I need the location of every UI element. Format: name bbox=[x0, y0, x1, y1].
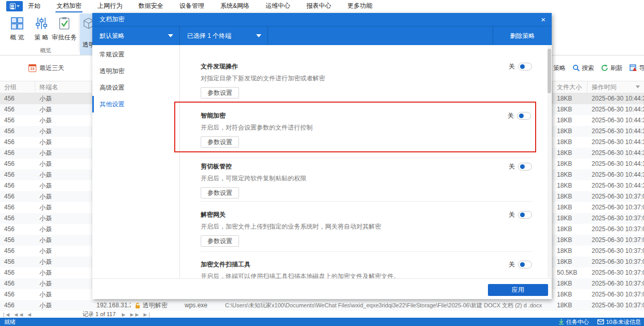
page-next-button[interactable]: ▶ bbox=[122, 312, 127, 317]
menu-item-9[interactable]: 更多功能 bbox=[346, 0, 373, 12]
calendar-icon: 23 bbox=[29, 64, 36, 72]
action-label: 透明解密 bbox=[143, 300, 167, 311]
section-header: 文件发现操作关 bbox=[201, 62, 532, 70]
parameter-settings-button[interactable]: 参数设置 bbox=[201, 187, 239, 199]
ribbon-button-overview[interactable]: 概 览 bbox=[4, 15, 30, 49]
cell-group: 456 bbox=[0, 93, 35, 104]
table-row[interactable]: 456小聂192.168.31.27透明解密wps.exeC:\Users\未知… bbox=[0, 300, 644, 311]
cell-name: 小聂 bbox=[35, 137, 92, 148]
cell-time: 2025-06-30 10:44:31 bbox=[587, 180, 644, 191]
settings-section-3: 剪切板管控关开启后，可限定跨软件复制粘贴的权限参数设置 bbox=[201, 158, 532, 201]
status-bar: 就绪 任务中心 10条未读信息 bbox=[0, 318, 644, 326]
toggle-switch[interactable] bbox=[518, 261, 532, 268]
cell-action: 透明解密 bbox=[131, 300, 180, 311]
page-prev-button[interactable]: ◀ bbox=[27, 312, 33, 317]
clipboard-check-icon bbox=[58, 17, 71, 30]
ribbon-button-approval[interactable]: 审批任务 bbox=[51, 15, 77, 49]
parameter-settings-button[interactable]: 参数设置 bbox=[201, 87, 239, 98]
column-header-time[interactable]: 操作时间 bbox=[587, 81, 644, 93]
cell-size: 18KB bbox=[553, 191, 587, 202]
cell-group: 456 bbox=[0, 148, 35, 159]
toggle-group: 关 bbox=[509, 260, 532, 269]
menu-item-6[interactable]: 系统&网络 bbox=[219, 0, 250, 12]
close-icon[interactable]: × bbox=[541, 16, 545, 23]
cell-group: 456 bbox=[0, 104, 35, 115]
app-icon bbox=[10, 3, 16, 9]
sliders-icon bbox=[35, 17, 48, 30]
date-filter-button[interactable]: 23 最近三天 bbox=[29, 62, 64, 74]
task-center-button[interactable]: 任务中心 bbox=[558, 318, 589, 326]
column-header-name[interactable]: 终端名 bbox=[35, 81, 92, 93]
search-icon bbox=[572, 64, 580, 72]
toolbar-export-button[interactable]: 导出 bbox=[629, 64, 644, 73]
cell-group: 456 bbox=[0, 235, 35, 246]
dialog-title: 文档加密 bbox=[100, 15, 124, 24]
toolbar-search-button[interactable]: 搜索 bbox=[572, 64, 594, 73]
column-header-size[interactable]: 文件大小 bbox=[553, 81, 587, 93]
menu-item-1[interactable]: 开始 bbox=[27, 0, 41, 12]
cell-time: 2025-06-30 10:37:00 bbox=[587, 246, 644, 257]
menu-item-2[interactable]: 文档加密 bbox=[55, 0, 82, 12]
chevron-down-icon bbox=[17, 5, 20, 7]
cell-time: 2025-06-30 10:37:00 bbox=[587, 267, 644, 278]
cell-size: 18KB bbox=[553, 289, 587, 300]
policy-dropdown[interactable]: 默认策略 bbox=[92, 26, 180, 45]
section-description: 开启后，终端可以使用扫描工具扫描本地磁盘上的加密文件及解密文件。 bbox=[201, 272, 532, 278]
toggle-switch[interactable] bbox=[518, 163, 532, 171]
section-description: 开启后，对符合设置参数的文件进行控制 bbox=[201, 123, 531, 132]
unread-messages-button[interactable]: 10条未读信息 bbox=[597, 318, 641, 326]
cell-time: 2025-06-30 10:44:31 bbox=[587, 148, 644, 159]
status-ready-label: 就绪 bbox=[4, 318, 16, 326]
cell-group: 456 bbox=[0, 300, 35, 311]
page-prev-fast-button[interactable]: ◀◀ bbox=[14, 312, 24, 317]
toggle-switch[interactable] bbox=[518, 211, 532, 219]
settings-section-4: 解密网关关开启后，加密文件上传到指定的业务系统时，网关将自动对其解密参数设置 bbox=[201, 201, 532, 251]
menu-item-3[interactable]: 上网行为 bbox=[96, 0, 123, 12]
column-header-group[interactable]: 分组 bbox=[0, 81, 35, 93]
terminal-dropdown[interactable]: 已选择 1 个终端 bbox=[180, 26, 268, 45]
parameter-settings-button[interactable]: 参数设置 bbox=[201, 235, 239, 247]
cell-size: 18KB bbox=[553, 278, 587, 289]
cell-time: 2025-06-30 10:44:31 bbox=[587, 104, 644, 115]
cell-name: 小聂 bbox=[35, 126, 92, 137]
cell-size: 18KB bbox=[553, 126, 587, 137]
dialog-sidebar-item-3[interactable]: 高级设置 bbox=[92, 79, 179, 96]
scrollbar-thumb[interactable] bbox=[548, 49, 551, 93]
menu-item-4[interactable]: 数据安全 bbox=[137, 0, 164, 12]
record-count-label: 记录 1 of 117 bbox=[82, 310, 116, 318]
section-header: 解密网关关 bbox=[201, 210, 532, 219]
ribbon-button-transparent-encrypt[interactable]: 透明加 bbox=[80, 13, 92, 55]
dialog-sidebar-item-2[interactable]: 透明加密 bbox=[92, 63, 179, 79]
menu-item-5[interactable]: 设备管理 bbox=[178, 0, 205, 12]
cell-time: 2025-06-30 10:37:00 bbox=[587, 235, 644, 246]
sort-caret-icon[interactable] bbox=[636, 86, 640, 88]
date-filter-label: 最近三天 bbox=[39, 64, 64, 73]
toggle-switch[interactable] bbox=[517, 112, 531, 120]
page-last-button[interactable]: ▶| bbox=[144, 312, 151, 317]
toggle-switch[interactable] bbox=[518, 63, 532, 70]
toolbar-refresh-button[interactable]: 刷新 bbox=[601, 64, 623, 73]
parameter-settings-button[interactable]: 参数设置 bbox=[201, 136, 239, 148]
cell-size: 18KB bbox=[553, 159, 587, 169]
dialog-sidebar-item-1[interactable]: 常规设置 bbox=[92, 46, 179, 63]
dialog-sidebar-item-4[interactable]: 其他设置 bbox=[92, 96, 179, 112]
cell-name: 小聂 bbox=[35, 224, 92, 235]
toggle-knob bbox=[520, 64, 525, 69]
document-encryption-dialog: 文档加密 × 默认策略 已选择 1 个终端 删除策略 常规设置透明加密高级设置其… bbox=[92, 13, 552, 299]
ribbon-button-policy[interactable]: 策 略 bbox=[29, 15, 54, 49]
cell-group: 456 bbox=[0, 246, 35, 257]
scrollbar-track[interactable] bbox=[548, 46, 551, 278]
chevron-down-icon bbox=[168, 34, 173, 37]
app-menu-button[interactable] bbox=[6, 1, 23, 11]
cell-time: 2025-06-30 10:37:00 bbox=[587, 202, 644, 213]
dialog-body: 常规设置透明加密高级设置其他设置 文件发现操作关对指定目录下新发现的文件进行加密… bbox=[92, 45, 552, 278]
apply-button[interactable]: 应用 bbox=[488, 284, 548, 296]
toggle-state-label: 关 bbox=[509, 162, 515, 171]
settings-section-1: 文件发现操作关对指定目录下新发现的文件进行加密或者解密参数设置 bbox=[201, 45, 532, 102]
menu-item-7[interactable]: 运维中心 bbox=[264, 0, 291, 12]
page-next-fast-button[interactable]: ▶▶ bbox=[130, 312, 141, 317]
page-first-button[interactable]: |◀ bbox=[3, 312, 11, 317]
delete-policy-button[interactable]: 删除策略 bbox=[493, 26, 552, 45]
cell-size: 18KB bbox=[553, 224, 587, 235]
menu-item-8[interactable]: 报表中心 bbox=[305, 0, 332, 12]
